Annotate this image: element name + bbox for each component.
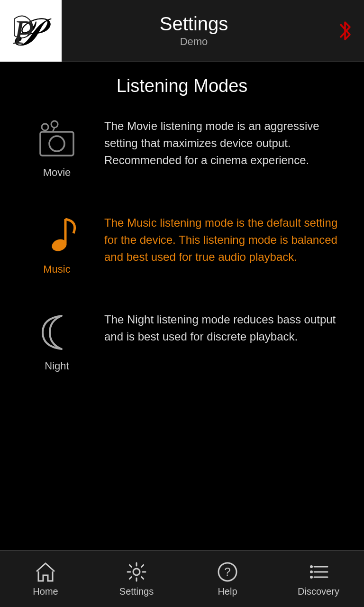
settings-icon	[125, 561, 148, 583]
svg-point-17	[310, 576, 313, 579]
mode-movie[interactable]: Movie The Movie listening mode is an agg…	[14, 110, 350, 184]
mode-night-icon-block: Night	[14, 309, 100, 372]
svg-point-3	[49, 136, 64, 151]
mode-music-icon-block: Music	[14, 212, 100, 276]
main-content: Listening Modes Movie	[0, 62, 364, 550]
svg-point-5	[51, 121, 58, 128]
header-subtitle: Demo	[62, 36, 326, 48]
nav-home-label: Home	[33, 586, 58, 597]
mode-movie-description: The Movie listening mode is an aggressiv…	[100, 115, 350, 169]
mode-night[interactable]: Night The Night listening mode reduces b…	[14, 304, 350, 377]
nav-discovery[interactable]: Discovery	[273, 551, 364, 607]
bluetooth-icon[interactable]	[326, 20, 364, 41]
music-icon	[28, 212, 85, 259]
night-icon	[28, 309, 85, 356]
nav-discovery-label: Discovery	[298, 586, 339, 597]
mode-movie-icon-block: Movie	[14, 115, 100, 179]
mode-music-description: The Music listening mode is the default …	[100, 212, 350, 266]
svg-point-15	[310, 570, 313, 573]
nav-settings-label: Settings	[119, 586, 154, 597]
header-title-block: Settings Demo	[62, 13, 326, 48]
svg-text:?: ?	[224, 565, 230, 578]
nav-home[interactable]: Home	[0, 551, 91, 607]
svg-point-13	[310, 565, 313, 568]
nav-help-label: Help	[218, 586, 237, 597]
help-icon: ?	[216, 561, 239, 583]
movie-icon	[28, 115, 85, 163]
app-logo: 𝒫 P	[0, 0, 62, 62]
page-title-header: Settings	[62, 13, 326, 35]
mode-movie-label: Movie	[43, 166, 71, 179]
bottom-navigation: Home Settings ? Help	[0, 550, 364, 607]
svg-point-4	[42, 124, 48, 130]
header: 𝒫 P Settings Demo	[0, 0, 364, 62]
discovery-icon	[307, 561, 330, 583]
nav-help[interactable]: ? Help	[182, 551, 273, 607]
mode-music[interactable]: Music The Music listening mode is the de…	[14, 207, 350, 280]
listening-modes-title: Listening Modes	[14, 76, 350, 96]
home-icon	[34, 561, 57, 583]
mode-night-description: The Night listening mode reduces bass ou…	[100, 309, 350, 345]
nav-settings[interactable]: Settings	[91, 551, 182, 607]
mode-night-label: Night	[45, 360, 69, 372]
svg-text:P: P	[13, 14, 34, 47]
mode-music-label: Music	[43, 263, 70, 276]
svg-point-10	[133, 569, 140, 575]
